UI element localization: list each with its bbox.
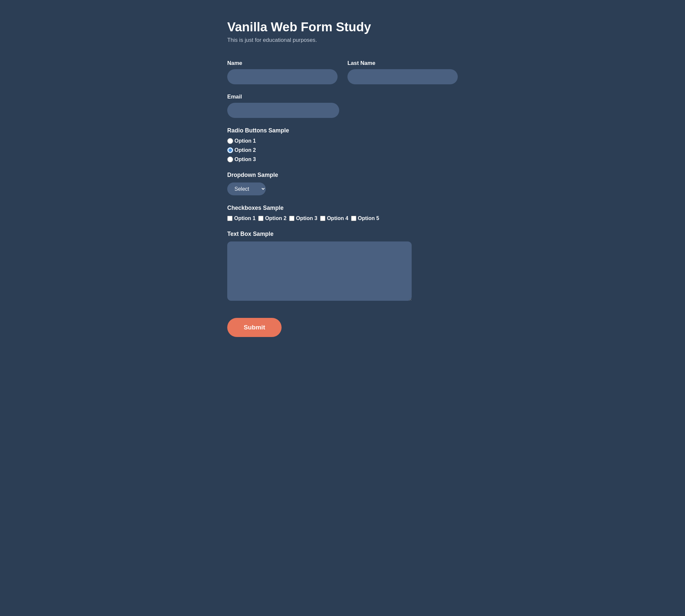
checkboxes-section-label: Checkboxes Sample bbox=[227, 204, 458, 212]
checkbox-option-2[interactable]: Option 2 bbox=[258, 216, 287, 221]
radio-option-3[interactable]: Option 3 bbox=[227, 156, 458, 162]
radio-input-3[interactable] bbox=[227, 156, 233, 162]
page-subtitle: This is just for educational purposes. bbox=[227, 37, 458, 43]
email-section: Email bbox=[227, 93, 458, 118]
radio-section: Radio Buttons Sample Option 1 Option 2 O… bbox=[227, 127, 458, 162]
name-group: Name bbox=[227, 60, 337, 84]
dropdown-section: Dropdown Sample Select Option 1 Option 2… bbox=[227, 172, 458, 195]
textarea-section-label: Text Box Sample bbox=[227, 230, 458, 238]
radio-option-1[interactable]: Option 1 bbox=[227, 138, 458, 144]
textarea-section: Text Box Sample bbox=[227, 230, 458, 302]
checkbox-label-4: Option 4 bbox=[327, 216, 349, 221]
email-label: Email bbox=[227, 93, 339, 100]
submit-button[interactable]: Submit bbox=[227, 318, 282, 337]
checkboxes-section: Checkboxes Sample Option 1 Option 2 Opti… bbox=[227, 204, 458, 221]
checkbox-option-4[interactable]: Option 4 bbox=[320, 216, 349, 221]
radio-option-2[interactable]: Option 2 bbox=[227, 147, 458, 153]
radio-label-1: Option 1 bbox=[235, 138, 256, 144]
main-form: Name Last Name Email Radio Buttons Sampl… bbox=[227, 60, 458, 337]
radio-label-2: Option 2 bbox=[235, 147, 256, 153]
checkbox-option-1[interactable]: Option 1 bbox=[227, 216, 256, 221]
radio-input-2[interactable] bbox=[227, 147, 233, 153]
radio-section-label: Radio Buttons Sample bbox=[227, 127, 458, 134]
email-group: Email bbox=[227, 93, 339, 118]
page-title: Vanilla Web Form Study bbox=[227, 20, 458, 34]
radio-group: Option 1 Option 2 Option 3 bbox=[227, 138, 458, 162]
checkbox-label-1: Option 1 bbox=[234, 216, 256, 221]
lastname-input[interactable] bbox=[348, 69, 458, 84]
radio-label-3: Option 3 bbox=[235, 156, 256, 162]
email-input[interactable] bbox=[227, 103, 339, 118]
checkbox-group: Option 1 Option 2 Option 3 Option 4 Opti… bbox=[227, 216, 458, 221]
name-label: Name bbox=[227, 60, 337, 67]
checkbox-label-5: Option 5 bbox=[358, 216, 379, 221]
checkbox-input-3[interactable] bbox=[289, 216, 294, 221]
dropdown-section-label: Dropdown Sample bbox=[227, 172, 458, 179]
checkbox-label-2: Option 2 bbox=[265, 216, 287, 221]
checkbox-label-3: Option 3 bbox=[296, 216, 317, 221]
radio-input-1[interactable] bbox=[227, 138, 233, 144]
textarea-input[interactable] bbox=[227, 241, 412, 301]
checkbox-option-5[interactable]: Option 5 bbox=[351, 216, 379, 221]
checkbox-input-1[interactable] bbox=[227, 216, 233, 221]
checkbox-input-5[interactable] bbox=[351, 216, 356, 221]
name-input[interactable] bbox=[227, 69, 337, 84]
lastname-label: Last Name bbox=[348, 60, 458, 67]
checkbox-input-2[interactable] bbox=[258, 216, 263, 221]
page-container: Vanilla Web Form Study This is just for … bbox=[227, 20, 458, 337]
checkbox-option-3[interactable]: Option 3 bbox=[289, 216, 317, 221]
checkbox-input-4[interactable] bbox=[320, 216, 325, 221]
dropdown-select[interactable]: Select Option 1 Option 2 Option 3 Option… bbox=[227, 182, 266, 195]
name-row: Name Last Name bbox=[227, 60, 458, 84]
lastname-group: Last Name bbox=[348, 60, 458, 84]
